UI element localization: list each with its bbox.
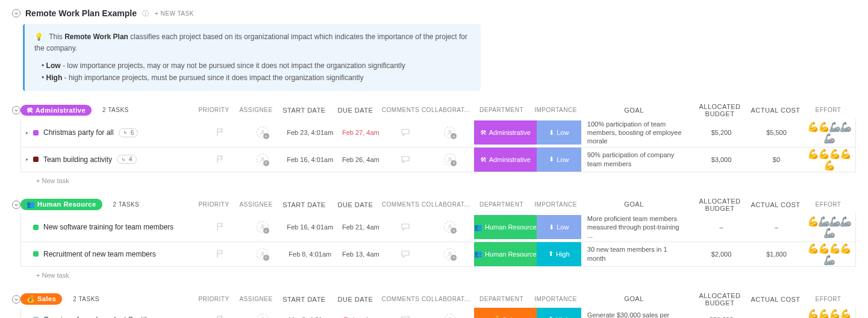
cost-cell[interactable]: $0 (751, 156, 802, 163)
col-budget[interactable]: ALLOCATED BUDGET (690, 198, 750, 212)
budget-cell[interactable]: – (692, 223, 751, 231)
assignee-cell[interactable] (242, 154, 283, 166)
collab-cell[interactable] (426, 248, 474, 260)
due-cell[interactable]: Feb 27, 4am (337, 129, 384, 136)
task-name[interactable]: Christmas party for all (43, 128, 114, 137)
priority-cell[interactable] (200, 249, 242, 259)
budget-cell[interactable]: $3,000 (692, 156, 751, 163)
col-assignee[interactable]: ASSIGNEE (235, 107, 277, 113)
goal-cell[interactable]: More proficient team members measured th… (581, 213, 692, 242)
priority-cell[interactable] (200, 315, 242, 318)
task-name[interactable]: Opening of new branch at Seattle (43, 316, 151, 318)
col-budget[interactable]: ALLOCATED BUDGET (690, 103, 750, 117)
effort-cell[interactable]: 💪💪💪💪💪 (802, 148, 855, 171)
start-cell[interactable]: Mar 8, 4:01am (283, 316, 337, 318)
assignee-cell[interactable] (242, 248, 283, 260)
cost-cell[interactable]: – (751, 316, 802, 318)
col-goal[interactable]: GOAL (578, 105, 690, 116)
importance-badge[interactable]: ⬆ High (537, 242, 581, 266)
status-square[interactable] (33, 130, 39, 136)
dept-badge[interactable]: 👥 Human Resource (474, 242, 537, 266)
importance-badge[interactable]: ⬇ Low (537, 148, 581, 172)
assignee-cell[interactable] (242, 314, 283, 318)
collab-cell[interactable] (426, 314, 474, 318)
task-name[interactable]: Team building activity (43, 155, 112, 164)
due-cell[interactable]: Today, 4am (337, 316, 384, 318)
col-dept[interactable]: DEPARTMENT (470, 201, 533, 208)
budget-cell[interactable]: $5,200 (692, 129, 751, 136)
col-comments[interactable]: COMMENTS (379, 107, 422, 113)
col-start[interactable]: START DATE (277, 107, 331, 114)
comments-cell[interactable] (384, 222, 426, 232)
importance-badge[interactable]: ⬇ Low (537, 215, 581, 239)
start-cell[interactable]: Feb 8, 4:01am (283, 251, 337, 258)
due-cell[interactable]: Feb 13, 4am (337, 251, 384, 258)
dept-badge[interactable]: 🛠 Administrative (474, 120, 537, 145)
collapse-toggle-icon[interactable] (12, 9, 20, 17)
col-effort[interactable]: EFFORT (801, 296, 855, 302)
new-task-row[interactable]: + New task (12, 267, 856, 285)
collab-cell[interactable] (426, 126, 474, 139)
subtask-count[interactable]: 6 (119, 128, 139, 137)
task-row[interactable]: ▸ Christmas party for all 6 Feb 23, 4:01… (20, 119, 856, 148)
col-importance[interactable]: IMPORTANCE (533, 107, 578, 113)
group-label[interactable]: 👥 Human Resource (20, 199, 102, 210)
goal-cell[interactable]: 100% participation of team members, boos… (581, 119, 692, 147)
comments-cell[interactable] (384, 249, 426, 259)
col-priority[interactable]: PRIORITY (193, 201, 235, 208)
col-dept[interactable]: DEPARTMENT (470, 107, 533, 113)
col-budget[interactable]: ALLOCATED BUDGET (690, 292, 750, 307)
goal-cell[interactable]: 30 new team members in 1 month (581, 244, 692, 264)
due-cell[interactable]: Feb 21, 4am (337, 223, 384, 231)
due-cell[interactable]: Feb 26, 4am (337, 156, 384, 163)
col-comments[interactable]: COMMENTS (379, 296, 422, 302)
status-square[interactable] (33, 251, 39, 257)
col-collab[interactable]: COLLABORAT... (422, 296, 470, 302)
task-row[interactable]: ▸ Opening of new branch at Seattle Mar 8… (20, 308, 856, 318)
expand-icon[interactable]: ▸ (26, 157, 28, 162)
budget-cell[interactable]: $2,000 (692, 251, 751, 258)
col-effort[interactable]: EFFORT (801, 107, 855, 113)
dept-badge[interactable]: 👥 Human Resource (474, 215, 537, 239)
priority-cell[interactable] (200, 128, 242, 137)
col-dept[interactable]: DEPARTMENT (470, 296, 533, 302)
col-assignee[interactable]: ASSIGNEE (235, 296, 277, 302)
priority-cell[interactable] (200, 155, 242, 164)
expand-icon[interactable]: ▸ (26, 130, 28, 136)
new-task-row[interactable]: + New task (12, 172, 856, 190)
group-label[interactable]: 💰 Sales (20, 293, 62, 305)
assignee-cell[interactable] (242, 126, 283, 139)
group-collapse-icon[interactable] (12, 295, 20, 304)
importance-badge[interactable]: ⬇ Low (537, 120, 581, 145)
comments-cell[interactable] (384, 155, 426, 164)
col-due[interactable]: DUE DATE (331, 201, 379, 208)
col-start[interactable]: START DATE (277, 296, 331, 303)
importance-badge[interactable]: ⬆ High (537, 308, 581, 318)
effort-cell[interactable]: 💪💪💪💪💪 (802, 308, 855, 318)
group-collapse-icon[interactable] (12, 106, 20, 114)
col-effort[interactable]: EFFORT (801, 201, 855, 208)
priority-cell[interactable] (200, 222, 242, 232)
col-assignee[interactable]: ASSIGNEE (235, 201, 277, 208)
col-cost[interactable]: ACTUAL COST (750, 107, 801, 114)
goal-cell[interactable]: 90% participation of company team member… (581, 149, 692, 169)
task-row[interactable]: ▸ Recruitment of new team members Feb 8,… (20, 242, 856, 267)
cost-cell[interactable]: $5,500 (751, 129, 802, 136)
col-collab[interactable]: COLLABORAT... (422, 107, 470, 113)
dept-badge[interactable]: 💰 Sales (474, 308, 537, 318)
cost-cell[interactable]: – (751, 223, 802, 231)
task-name[interactable]: Recruitment of new team members (43, 250, 156, 258)
info-icon[interactable]: ⓘ (142, 9, 150, 17)
assignee-cell[interactable] (242, 221, 283, 233)
dept-badge[interactable]: 🛠 Administrative (474, 148, 537, 172)
col-due[interactable]: DUE DATE (331, 296, 379, 303)
start-cell[interactable]: Feb 23, 4:01am (283, 129, 337, 136)
col-priority[interactable]: PRIORITY (193, 296, 235, 302)
cost-cell[interactable]: $1,800 (751, 251, 802, 258)
comments-cell[interactable] (384, 315, 426, 318)
col-due[interactable]: DUE DATE (331, 107, 379, 114)
task-row[interactable]: ▸ New software training for team members… (20, 213, 856, 242)
col-goal[interactable]: GOAL (578, 293, 690, 304)
effort-cell[interactable]: 💪💪💪💪🦾 (802, 243, 855, 266)
start-cell[interactable]: Feb 16, 4:01am (283, 223, 337, 231)
